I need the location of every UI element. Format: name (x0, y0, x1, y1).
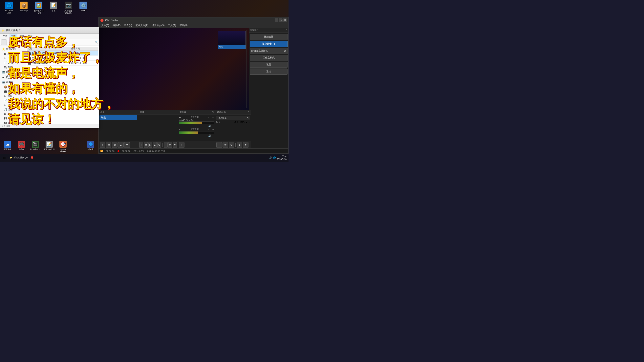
sidebar-music[interactable]: 🎵 音乐 (0, 107, 26, 112)
inset-content (218, 31, 246, 45)
scene-copy-button[interactable]: ⧉ (112, 142, 118, 148)
obs-close-button[interactable]: ✕ (283, 18, 287, 22)
edge-label: Microsoft Edge (3, 9, 15, 14)
sidebar-desktop[interactable]: 🖥 桌面 (0, 51, 26, 56)
edge-icon: 🌐 (5, 1, 13, 9)
file-explorer-window: 📁 新建文件夹 (2) 文件 主页 共享 查看 ↑ › 📁 新建文件夹 (2) … (0, 27, 99, 128)
sidebar-dl2[interactable]: ⬇ 下载 (0, 103, 26, 107)
scene-up-button[interactable]: ▲ (118, 142, 124, 148)
downloads-label: 下载 (7, 56, 12, 60)
pictures-label: 图片 (8, 65, 12, 69)
scene-remove-button[interactable]: 🗑 (106, 142, 111, 148)
scene-item-main[interactable]: 场景 (100, 115, 137, 120)
transition-down2-button[interactable]: ▼ (243, 142, 248, 148)
transition-up-icon[interactable]: ▲ (245, 121, 247, 123)
screenshot-label: 屏幕截图2024-06-... (64, 9, 73, 14)
sidebar-pics2[interactable]: 🖼 图片 (0, 94, 26, 98)
sidebar-this-pc[interactable]: 💻 此电脑 (0, 69, 26, 74)
taskbar-app-obs[interactable]: 🔴 (30, 154, 35, 161)
sidebar-documents[interactable]: 📄 文档 (0, 60, 26, 65)
file-icon-2: 🎬 (28, 61, 31, 64)
this-pc-icon: 💻 (2, 70, 5, 73)
mixer-track-1-footer: 🔊 ⋮ (179, 134, 214, 137)
mixer-settings-icon-0[interactable]: ⋮ (212, 125, 214, 127)
transition-title: 转场动画 (217, 111, 226, 114)
obs-preview: 场景 (99, 28, 249, 110)
mixer-volume-icon-1[interactable]: 🔊 (208, 134, 211, 137)
virtual-cam-button[interactable]: 自动虚拟摄像机 ⚙ (250, 48, 288, 54)
stream-signal-icon: 📶 (100, 150, 103, 152)
filter-remove-button[interactable]: 🗑 (168, 142, 172, 148)
obs-menu-scenes[interactable]: 场景集合(S) (150, 23, 166, 27)
transition-expand-icon: ⊟ (248, 111, 249, 113)
file-item-1[interactable]: 🎬 videoplayback 2024/7/10 10:30 (27, 56, 98, 61)
file-explorer-toolbar: ↑ › 📁 新建文件夹 (2) 🔍 (0, 39, 99, 46)
file-item-2[interactable]: 🎬 videoplayback 2024/7/10 10:30 (27, 61, 98, 65)
virtual-cam-settings-icon[interactable]: ⚙ (284, 49, 286, 52)
obs-maximize-button[interactable]: □ (279, 18, 282, 22)
obs-minimize-button[interactable]: − (275, 18, 278, 22)
filter-down-button[interactable]: ▼ (173, 142, 177, 148)
fe-toolbar-up[interactable]: ↑ (1, 39, 7, 45)
3d-label: 3D 对象 (8, 85, 17, 88)
file-item-0[interactable]: 🎬 Mother Teresa could not beat these ...… (27, 51, 98, 56)
source-add-button[interactable]: + (139, 142, 143, 148)
transition-down-icon[interactable]: ▼ (248, 121, 250, 123)
obs-menu-edit[interactable]: 编辑(E) (111, 23, 122, 27)
fe-menu-home[interactable]: 主页 (10, 34, 18, 38)
taskbar-explorer-label: 新建文件夹 (2) (14, 156, 28, 159)
sidebar-onedrive[interactable]: ☁ OneDrive - Perso... (0, 74, 26, 80)
start-stream-button[interactable]: 开始直播 (250, 34, 288, 40)
taskbar-start[interactable]: ⊞ (1, 154, 8, 161)
sidebar-c-drive[interactable]: 💾 本地磁盘 (C:) (0, 116, 26, 121)
obs-menu-help[interactable]: 帮助(H) (178, 23, 189, 27)
file-explorer-titlebar: 📁 新建文件夹 (2) (0, 27, 99, 34)
sidebar-quick-access[interactable]: ⭐ 快速访问 (0, 47, 26, 51)
exit-button[interactable]: 退出 (250, 68, 288, 75)
transition-remove-button[interactable]: 🗑 (222, 142, 228, 148)
studio-mode-button[interactable]: 工作室模式 (250, 55, 288, 61)
sidebar-docs2[interactable]: 📄 文档 (0, 98, 26, 103)
sidebar-d-drive[interactable]: 💾 本地磁盘 (D:) (0, 121, 26, 124)
taskbar-app-explorer[interactable]: 📁 新建文件夹 (2) (9, 154, 29, 161)
mixer-add-button[interactable]: + (179, 142, 184, 148)
sidebar-videos[interactable]: 🎬 视频 (0, 89, 26, 94)
stop-record-button[interactable]: 停止录制 ⏸ (250, 40, 288, 47)
source-settings-button[interactable]: ⚙ (157, 142, 161, 148)
mixer-track-0-header: 🖥 桌面音频 0.0 dB (179, 116, 214, 119)
transition-add-button[interactable]: + (216, 142, 222, 148)
sidebar-3d[interactable]: 📦 3D 对象 (0, 84, 26, 89)
controls-panel-content: 开始直播 停止录制 ⏸ 自动虚拟摄像机 ⚙ 工作室模式 设置 退出 (249, 32, 288, 110)
fe-menu-share[interactable]: 共享 (18, 34, 26, 38)
fe-menu-view[interactable]: 查看 (26, 34, 34, 38)
source-up-button[interactable]: ▲ (153, 142, 157, 148)
obs-menu-file[interactable]: 文件(F) (100, 23, 110, 27)
3d-icon: 📦 (4, 85, 7, 88)
sidebar-downloads[interactable]: ⬇ 下载 (0, 56, 26, 60)
controls-title-text: 控制按钮 (250, 29, 258, 32)
source-remove-button[interactable]: 🗑 (144, 142, 148, 148)
mixer-volume-icon-0[interactable]: 🔊 (208, 125, 211, 127)
scene-down-button[interactable]: ▼ (124, 142, 130, 148)
onedrive-icon: ☁ (2, 75, 4, 79)
obs-menu-view[interactable]: 查看(V) (122, 23, 134, 27)
sidebar-pictures[interactable]: 🖼 图片 (0, 65, 26, 69)
sidebar-desk2[interactable]: 🖥 桌面 (0, 112, 26, 116)
transition-type-select[interactable]: 淡入淡出 (216, 116, 250, 120)
sidebar-pc2[interactable]: 💻 此电脑 (0, 80, 26, 84)
file-count: 3 个项目 (2, 125, 10, 127)
file-explorer-sidebar: ⭐ 快速访问 🖥 桌面 ⬇ 下载 📄 文档 🖼 图片 💻 此电脑 (0, 46, 26, 124)
transition-settings-button[interactable]: ⚙ (229, 142, 234, 148)
transition-up2-button[interactable]: ▲ (237, 142, 242, 148)
obs-menu-profile[interactable]: 配置文件(P) (134, 23, 150, 27)
filter-add-button[interactable]: + (164, 142, 168, 148)
fe-title-icon: 📁 (2, 29, 5, 32)
obs-menu-tools[interactable]: 工具(T) (166, 23, 177, 27)
fe-menu-file[interactable]: 文件 (1, 34, 9, 38)
settings-button[interactable]: 设置 (250, 62, 288, 68)
mixer-settings-icon-1[interactable]: ⋮ (212, 134, 214, 137)
docs2-label: 文档 (8, 99, 13, 102)
source-eye-button[interactable]: ⊟ (148, 142, 152, 148)
this-pc-label: 此电脑 (6, 70, 13, 73)
scene-add-button[interactable]: + (100, 142, 105, 148)
